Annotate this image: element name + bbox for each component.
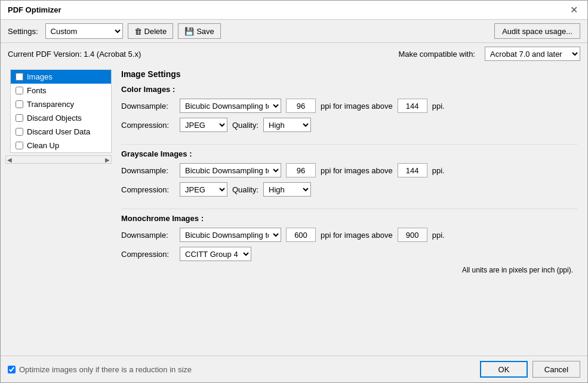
- color-compression-label: Compression:: [121, 121, 175, 130]
- color-compression-row: Compression: JPEG JPEG2000 ZIP None Qual…: [121, 118, 578, 132]
- main-content: Images Fonts Transparency Discard Object…: [1, 65, 587, 356]
- save-button[interactable]: 💾 Save: [178, 23, 221, 39]
- floppy-icon: 💾: [184, 27, 194, 36]
- gray-downsample-label: Downsample:: [121, 166, 175, 175]
- pdf-optimizer-dialog: PDF Optimizer ✕ Settings: Custom Standar…: [0, 0, 588, 383]
- version-bar: Current PDF Version: 1.4 (Acrobat 5.x) M…: [1, 43, 587, 65]
- divider-1: [121, 144, 578, 145]
- monochrome-images-title: Monochrome Images :: [121, 214, 578, 223]
- color-images-title: Color Images :: [121, 85, 578, 94]
- compat-select[interactable]: Acrobat 7.0 and later Acrobat 6.0 and la…: [485, 47, 580, 61]
- images-checkbox[interactable]: [16, 73, 23, 81]
- grayscale-images-title: Grayscale Images :: [121, 149, 578, 158]
- optimize-checkbox[interactable]: [8, 366, 16, 373]
- color-quality-select[interactable]: Maximum High Medium Low Minimum: [263, 118, 311, 132]
- transparency-checkbox[interactable]: [16, 100, 23, 108]
- current-version: Current PDF Version: 1.4 (Acrobat 5.x): [8, 50, 141, 59]
- settings-select[interactable]: Custom Standard Minimal: [45, 23, 123, 39]
- color-downsample-select[interactable]: Bicubic Downsampling to Average Downsamp…: [180, 99, 281, 113]
- fonts-checkbox[interactable]: [16, 87, 23, 94]
- optimize-checkbox-row: Optimize images only if there is a reduc…: [8, 365, 480, 374]
- sidebar-scrollbar[interactable]: ◀ ▶: [5, 155, 112, 164]
- audit-button[interactable]: Audit space usage...: [494, 23, 580, 39]
- color-ppi-above-text: ppi for images above: [321, 102, 393, 111]
- gray-compression-row: Compression: JPEG JPEG2000 ZIP None Qual…: [121, 182, 578, 197]
- gray-downsample-row: Downsample: Bicubic Downsampling to Aver…: [121, 163, 578, 177]
- sidebar-label-discard-objects: Discard Objects: [27, 114, 82, 122]
- gray-ppi-suffix: ppi.: [432, 166, 445, 175]
- bottom-buttons: OK Cancel: [480, 361, 580, 378]
- monochrome-images-group: Monochrome Images : Downsample: Bicubic …: [121, 214, 578, 274]
- toolbar: Settings: Custom Standard Minimal 🗑 Dele…: [1, 20, 587, 43]
- sidebar-item-discard-user-data[interactable]: Discard User Data: [11, 125, 111, 139]
- gray-downsample-select[interactable]: Bicubic Downsampling to Average Downsamp…: [180, 163, 281, 177]
- gray-above-ppi-input[interactable]: [398, 163, 427, 177]
- color-downsample-label: Downsample:: [121, 102, 175, 111]
- mono-compression-label: Compression:: [121, 250, 175, 259]
- cancel-button[interactable]: Cancel: [532, 361, 580, 378]
- sidebar-label-fonts: Fonts: [27, 86, 47, 95]
- discard-objects-checkbox[interactable]: [16, 114, 23, 122]
- trash-icon: 🗑: [134, 27, 142, 36]
- sidebar-label-transparency: Transparency: [27, 100, 74, 109]
- discard-user-data-checkbox[interactable]: [16, 128, 23, 136]
- sidebar-item-clean-up[interactable]: Clean Up: [11, 139, 111, 152]
- color-images-group: Color Images : Downsample: Bicubic Downs…: [121, 85, 578, 132]
- sidebar-label-discard-user-data: Discard User Data: [27, 127, 90, 136]
- color-ppi-suffix: ppi.: [432, 102, 445, 111]
- close-button[interactable]: ✕: [568, 4, 580, 16]
- divider-2: [121, 209, 578, 209]
- sidebar-label-images: Images: [27, 72, 53, 81]
- mono-compression-row: Compression: CCITT Group 4 CCITT Group 3…: [121, 247, 578, 261]
- mono-downsample-row: Downsample: Bicubic Downsampling to Aver…: [121, 228, 578, 242]
- title-bar: PDF Optimizer ✕: [1, 1, 587, 20]
- ok-button[interactable]: OK: [480, 361, 528, 378]
- mono-downsample-select[interactable]: Bicubic Downsampling to Average Downsamp…: [180, 228, 281, 242]
- color-compression-select[interactable]: JPEG JPEG2000 ZIP None: [180, 118, 227, 132]
- mono-compression-select[interactable]: CCITT Group 4 CCITT Group 3 ZIP JBIG2 No…: [180, 247, 251, 261]
- gray-quality-label: Quality:: [232, 185, 258, 194]
- mono-ppi-suffix: ppi.: [432, 231, 445, 240]
- mono-above-ppi-input[interactable]: [398, 228, 427, 242]
- units-note: All units are in pixels per inch (ppi).: [121, 266, 578, 274]
- sidebar-item-fonts[interactable]: Fonts: [11, 84, 111, 97]
- optimize-checkbox-label: Optimize images only if there is a reduc…: [19, 365, 192, 374]
- bottom-bar: Optimize images only if there is a reduc…: [1, 356, 587, 382]
- scroll-right-arrow[interactable]: ▶: [105, 157, 110, 163]
- gray-quality-select[interactable]: Maximum High Medium Low Minimum: [263, 182, 311, 197]
- mono-ppi-above-text: ppi for images above: [321, 231, 393, 240]
- dialog-title: PDF Optimizer: [8, 5, 61, 14]
- mono-downsample-label: Downsample:: [121, 231, 175, 240]
- color-above-ppi-input[interactable]: [398, 99, 427, 113]
- mono-downsample-ppi-input[interactable]: [286, 228, 316, 242]
- compat-label: Make compatible with:: [398, 50, 475, 59]
- grayscale-images-group: Grayscale Images : Downsample: Bicubic D…: [121, 149, 578, 197]
- scroll-left-arrow[interactable]: ◀: [7, 157, 12, 163]
- sidebar-label-clean-up: Clean Up: [27, 141, 59, 150]
- color-quality-label: Quality:: [232, 121, 258, 130]
- color-downsample-row: Downsample: Bicubic Downsampling to Aver…: [121, 99, 578, 113]
- sidebar-item-discard-objects[interactable]: Discard Objects: [11, 111, 111, 125]
- settings-label: Settings:: [8, 27, 38, 36]
- right-panel: Image Settings Color Images : Downsample…: [112, 65, 587, 356]
- gray-downsample-ppi-input[interactable]: [286, 163, 316, 177]
- delete-button[interactable]: 🗑 Delete: [128, 23, 174, 39]
- gray-compression-label: Compression:: [121, 185, 175, 194]
- color-downsample-ppi-input[interactable]: [286, 99, 316, 113]
- sidebar-item-images[interactable]: Images: [11, 70, 111, 84]
- sidebar: Images Fonts Transparency Discard Object…: [10, 69, 112, 153]
- sidebar-item-transparency[interactable]: Transparency: [11, 97, 111, 111]
- section-title: Image Settings: [121, 69, 578, 79]
- gray-ppi-above-text: ppi for images above: [321, 166, 393, 175]
- gray-compression-select[interactable]: JPEG JPEG2000 ZIP None: [180, 182, 227, 197]
- clean-up-checkbox[interactable]: [16, 142, 23, 149]
